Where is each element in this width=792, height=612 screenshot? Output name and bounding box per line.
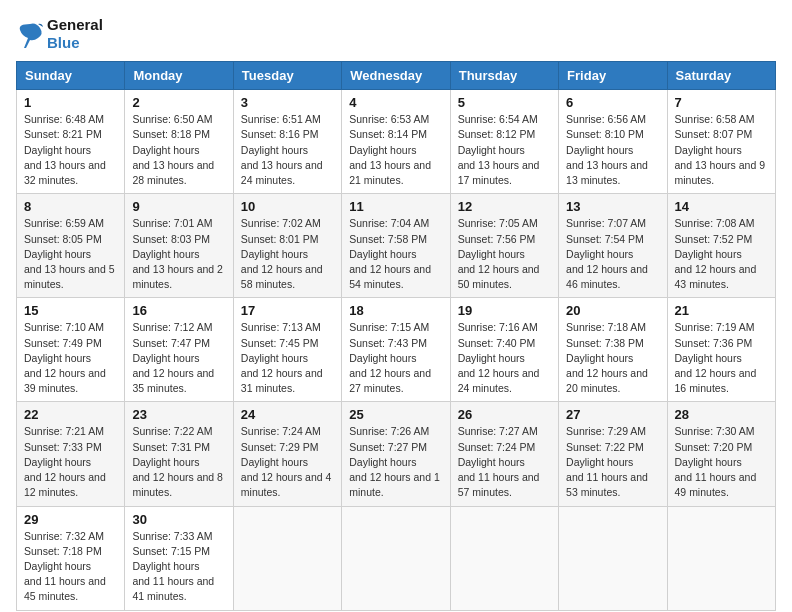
day-number: 28 — [675, 407, 768, 422]
day-number: 6 — [566, 95, 659, 110]
day-cell-24: 24 Sunrise: 7:24 AM Sunset: 7:29 PM Dayl… — [233, 402, 341, 506]
day-cell-20: 20 Sunrise: 7:18 AM Sunset: 7:38 PM Dayl… — [559, 298, 667, 402]
day-cell-7: 7 Sunrise: 6:58 AM Sunset: 8:07 PM Dayli… — [667, 90, 775, 194]
day-number: 16 — [132, 303, 225, 318]
week-row-4: 22 Sunrise: 7:21 AM Sunset: 7:33 PM Dayl… — [17, 402, 776, 506]
day-cell-28: 28 Sunrise: 7:30 AM Sunset: 7:20 PM Dayl… — [667, 402, 775, 506]
day-cell-1: 1 Sunrise: 6:48 AM Sunset: 8:21 PM Dayli… — [17, 90, 125, 194]
day-cell-22: 22 Sunrise: 7:21 AM Sunset: 7:33 PM Dayl… — [17, 402, 125, 506]
day-header-thursday: Thursday — [450, 62, 558, 90]
day-number: 4 — [349, 95, 442, 110]
day-cell-23: 23 Sunrise: 7:22 AM Sunset: 7:31 PM Dayl… — [125, 402, 233, 506]
day-number: 22 — [24, 407, 117, 422]
day-cell-11: 11 Sunrise: 7:04 AM Sunset: 7:58 PM Dayl… — [342, 194, 450, 298]
calendar-header-row: SundayMondayTuesdayWednesdayThursdayFrid… — [17, 62, 776, 90]
day-cell-3: 3 Sunrise: 6:51 AM Sunset: 8:16 PM Dayli… — [233, 90, 341, 194]
week-row-2: 8 Sunrise: 6:59 AM Sunset: 8:05 PM Dayli… — [17, 194, 776, 298]
day-number: 29 — [24, 512, 117, 527]
day-cell-27: 27 Sunrise: 7:29 AM Sunset: 7:22 PM Dayl… — [559, 402, 667, 506]
day-detail: Sunrise: 7:05 AM Sunset: 7:56 PM Dayligh… — [458, 216, 551, 292]
day-detail: Sunrise: 7:12 AM Sunset: 7:47 PM Dayligh… — [132, 320, 225, 396]
day-detail: Sunrise: 7:19 AM Sunset: 7:36 PM Dayligh… — [675, 320, 768, 396]
week-row-1: 1 Sunrise: 6:48 AM Sunset: 8:21 PM Dayli… — [17, 90, 776, 194]
day-number: 19 — [458, 303, 551, 318]
empty-cell — [450, 506, 558, 610]
day-cell-25: 25 Sunrise: 7:26 AM Sunset: 7:27 PM Dayl… — [342, 402, 450, 506]
day-cell-4: 4 Sunrise: 6:53 AM Sunset: 8:14 PM Dayli… — [342, 90, 450, 194]
day-detail: Sunrise: 7:16 AM Sunset: 7:40 PM Dayligh… — [458, 320, 551, 396]
day-detail: Sunrise: 7:22 AM Sunset: 7:31 PM Dayligh… — [132, 424, 225, 500]
day-number: 26 — [458, 407, 551, 422]
day-detail: Sunrise: 7:15 AM Sunset: 7:43 PM Dayligh… — [349, 320, 442, 396]
day-detail: Sunrise: 7:33 AM Sunset: 7:15 PM Dayligh… — [132, 529, 225, 605]
day-number: 2 — [132, 95, 225, 110]
day-header-monday: Monday — [125, 62, 233, 90]
week-row-3: 15 Sunrise: 7:10 AM Sunset: 7:49 PM Dayl… — [17, 298, 776, 402]
day-cell-5: 5 Sunrise: 6:54 AM Sunset: 8:12 PM Dayli… — [450, 90, 558, 194]
day-header-sunday: Sunday — [17, 62, 125, 90]
day-cell-13: 13 Sunrise: 7:07 AM Sunset: 7:54 PM Dayl… — [559, 194, 667, 298]
day-cell-26: 26 Sunrise: 7:27 AM Sunset: 7:24 PM Dayl… — [450, 402, 558, 506]
day-number: 8 — [24, 199, 117, 214]
day-number: 11 — [349, 199, 442, 214]
day-number: 20 — [566, 303, 659, 318]
day-detail: Sunrise: 7:24 AM Sunset: 7:29 PM Dayligh… — [241, 424, 334, 500]
day-number: 23 — [132, 407, 225, 422]
week-row-5: 29 Sunrise: 7:32 AM Sunset: 7:18 PM Dayl… — [17, 506, 776, 610]
day-number: 7 — [675, 95, 768, 110]
day-cell-12: 12 Sunrise: 7:05 AM Sunset: 7:56 PM Dayl… — [450, 194, 558, 298]
day-detail: Sunrise: 6:54 AM Sunset: 8:12 PM Dayligh… — [458, 112, 551, 188]
day-header-wednesday: Wednesday — [342, 62, 450, 90]
page-header: General Blue — [16, 16, 776, 51]
day-number: 27 — [566, 407, 659, 422]
day-number: 9 — [132, 199, 225, 214]
day-detail: Sunrise: 7:30 AM Sunset: 7:20 PM Dayligh… — [675, 424, 768, 500]
day-detail: Sunrise: 6:58 AM Sunset: 8:07 PM Dayligh… — [675, 112, 768, 188]
day-cell-2: 2 Sunrise: 6:50 AM Sunset: 8:18 PM Dayli… — [125, 90, 233, 194]
day-detail: Sunrise: 7:13 AM Sunset: 7:45 PM Dayligh… — [241, 320, 334, 396]
day-header-saturday: Saturday — [667, 62, 775, 90]
day-number: 30 — [132, 512, 225, 527]
day-cell-21: 21 Sunrise: 7:19 AM Sunset: 7:36 PM Dayl… — [667, 298, 775, 402]
day-detail: Sunrise: 7:07 AM Sunset: 7:54 PM Dayligh… — [566, 216, 659, 292]
day-number: 12 — [458, 199, 551, 214]
calendar-table: SundayMondayTuesdayWednesdayThursdayFrid… — [16, 61, 776, 610]
day-number: 10 — [241, 199, 334, 214]
day-number: 1 — [24, 95, 117, 110]
day-detail: Sunrise: 7:02 AM Sunset: 8:01 PM Dayligh… — [241, 216, 334, 292]
day-number: 3 — [241, 95, 334, 110]
day-detail: Sunrise: 6:59 AM Sunset: 8:05 PM Dayligh… — [24, 216, 117, 292]
logo-blue: Blue — [47, 34, 80, 51]
logo-bird-icon — [16, 20, 44, 48]
day-detail: Sunrise: 6:56 AM Sunset: 8:10 PM Dayligh… — [566, 112, 659, 188]
day-number: 15 — [24, 303, 117, 318]
day-detail: Sunrise: 7:29 AM Sunset: 7:22 PM Dayligh… — [566, 424, 659, 500]
day-cell-10: 10 Sunrise: 7:02 AM Sunset: 8:01 PM Dayl… — [233, 194, 341, 298]
day-detail: Sunrise: 7:01 AM Sunset: 8:03 PM Dayligh… — [132, 216, 225, 292]
day-detail: Sunrise: 7:21 AM Sunset: 7:33 PM Dayligh… — [24, 424, 117, 500]
day-cell-6: 6 Sunrise: 6:56 AM Sunset: 8:10 PM Dayli… — [559, 90, 667, 194]
day-number: 25 — [349, 407, 442, 422]
day-detail: Sunrise: 6:50 AM Sunset: 8:18 PM Dayligh… — [132, 112, 225, 188]
day-number: 17 — [241, 303, 334, 318]
day-detail: Sunrise: 7:04 AM Sunset: 7:58 PM Dayligh… — [349, 216, 442, 292]
day-detail: Sunrise: 7:18 AM Sunset: 7:38 PM Dayligh… — [566, 320, 659, 396]
day-cell-17: 17 Sunrise: 7:13 AM Sunset: 7:45 PM Dayl… — [233, 298, 341, 402]
day-detail: Sunrise: 7:27 AM Sunset: 7:24 PM Dayligh… — [458, 424, 551, 500]
day-cell-9: 9 Sunrise: 7:01 AM Sunset: 8:03 PM Dayli… — [125, 194, 233, 298]
day-cell-15: 15 Sunrise: 7:10 AM Sunset: 7:49 PM Dayl… — [17, 298, 125, 402]
day-detail: Sunrise: 7:10 AM Sunset: 7:49 PM Dayligh… — [24, 320, 117, 396]
day-detail: Sunrise: 6:53 AM Sunset: 8:14 PM Dayligh… — [349, 112, 442, 188]
day-detail: Sunrise: 7:32 AM Sunset: 7:18 PM Dayligh… — [24, 529, 117, 605]
day-cell-18: 18 Sunrise: 7:15 AM Sunset: 7:43 PM Dayl… — [342, 298, 450, 402]
logo-container: General Blue — [16, 16, 103, 51]
day-detail: Sunrise: 7:26 AM Sunset: 7:27 PM Dayligh… — [349, 424, 442, 500]
day-number: 14 — [675, 199, 768, 214]
day-number: 18 — [349, 303, 442, 318]
empty-cell — [233, 506, 341, 610]
calendar-body: 1 Sunrise: 6:48 AM Sunset: 8:21 PM Dayli… — [17, 90, 776, 610]
day-header-friday: Friday — [559, 62, 667, 90]
day-header-tuesday: Tuesday — [233, 62, 341, 90]
day-detail: Sunrise: 6:51 AM Sunset: 8:16 PM Dayligh… — [241, 112, 334, 188]
day-number: 13 — [566, 199, 659, 214]
